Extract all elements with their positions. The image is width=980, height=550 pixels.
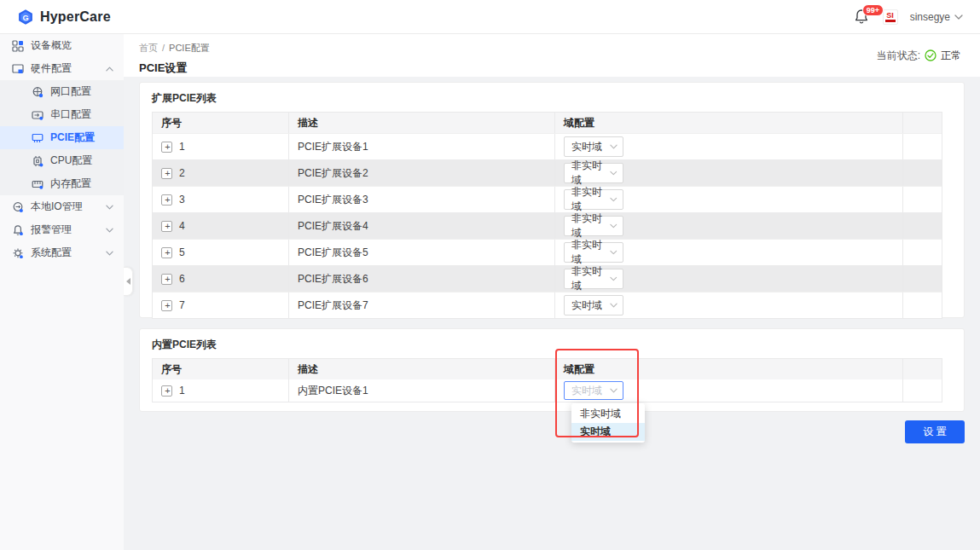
app-window: G HyperCare 99+ SI sinsegye: [0, 0, 980, 550]
dropdown-option-realtime[interactable]: 实时域: [571, 423, 645, 441]
domain-select[interactable]: 非实时域: [564, 163, 623, 183]
table-row: 1 内置PCIE设备1 实时域 非实时域 实时域: [153, 379, 942, 402]
expand-icon[interactable]: [161, 274, 172, 285]
column-header-domain: 域配置: [555, 113, 903, 133]
sidebar-item-label: 串口配置: [50, 107, 113, 122]
sidebar-item-memory-config[interactable]: 内存配置: [0, 172, 124, 195]
row-description: PCIE扩展设备7: [289, 292, 555, 318]
expand-icon[interactable]: [161, 300, 172, 311]
column-header-empty: [903, 359, 942, 379]
domain-select[interactable]: 非实时域: [564, 242, 623, 263]
sidebar-item-hardware-config[interactable]: 硬件配置: [0, 57, 124, 80]
row-description: PCIE扩展设备6: [289, 266, 555, 292]
notification-badge: 99+: [862, 4, 884, 16]
action-bar: 设 置: [139, 420, 965, 443]
set-button[interactable]: 设 置: [905, 420, 965, 443]
column-header-description: 描述: [289, 359, 555, 379]
domain-select-value: 非实时域: [571, 238, 610, 267]
network-port-icon: [32, 86, 43, 98]
system-gear-icon: [12, 247, 24, 259]
table-row: 5 PCIE扩展设备5 非实时域: [153, 239, 942, 265]
chevron-down-icon: [610, 276, 618, 281]
logo-icon: G: [17, 9, 34, 26]
sidebar-item-system-config[interactable]: 系统配置: [0, 241, 124, 264]
row-description: 内置PCIE设备1: [289, 379, 555, 402]
sidebar-item-label: 报警管理: [31, 223, 106, 237]
sidebar-item-network-port-config[interactable]: 网口配置: [0, 80, 124, 103]
domain-select[interactable]: 非实时域: [564, 216, 623, 236]
chevron-down-icon: [954, 14, 963, 20]
expand-icon[interactable]: [161, 142, 172, 153]
notifications-button[interactable]: 99+: [854, 9, 871, 26]
domain-select-value: 实时域: [571, 384, 602, 398]
cpu-icon: [32, 155, 43, 167]
breadcrumb-separator: /: [162, 43, 165, 53]
row-index: 6: [179, 273, 185, 285]
row-description: PCIE扩展设备5: [289, 240, 555, 265]
table-title: 扩展PCIE列表: [152, 91, 942, 105]
domain-select[interactable]: 实时域: [564, 295, 623, 316]
expansion-pcie-card: 扩展PCIE列表 序号 描述 域配置 1 PCIE扩展设备1 实时域: [139, 82, 965, 318]
check-circle-icon: [925, 49, 937, 61]
memory-icon: [32, 178, 43, 190]
sidebar-item-label: PCIE配置: [50, 130, 113, 145]
top-bar: G HyperCare 99+ SI sinsegye: [0, 0, 980, 34]
chevron-down-icon: [106, 205, 113, 210]
alarm-icon: [12, 224, 24, 236]
username: sinsegye: [910, 11, 950, 23]
chevron-down-icon: [610, 250, 618, 255]
row-index: 2: [179, 167, 185, 179]
sidebar-item-local-io[interactable]: 本地IO管理: [0, 195, 124, 218]
sidebar-item-cpu-config[interactable]: CPU配置: [0, 149, 124, 172]
dropdown-option-non-realtime[interactable]: 非实时域: [571, 405, 645, 423]
expand-icon[interactable]: [161, 168, 172, 179]
sidebar-item-device-overview[interactable]: 设备概览: [0, 34, 124, 57]
column-header-empty: [903, 113, 942, 133]
sidebar-item-label: 硬件配置: [31, 61, 106, 76]
status-label: 当前状态:: [877, 49, 920, 63]
table-row: 3 PCIE扩展设备3 非实时域: [153, 186, 942, 212]
domain-dropdown-menu: 非实时域 实时域: [571, 403, 645, 443]
sidebar-item-alarm-management[interactable]: 报警管理: [0, 218, 124, 241]
sidebar-item-label: 系统配置: [31, 246, 106, 260]
page-title: PCIE设置: [139, 61, 963, 76]
domain-select[interactable]: 非实时域: [564, 189, 623, 210]
builtin-pcie-table: 序号 描述 域配置 1 内置PCIE设备1 实时域: [152, 358, 942, 402]
serial-port-icon: [32, 109, 43, 121]
expand-icon[interactable]: [161, 221, 172, 232]
domain-select-value: 非实时域: [571, 159, 610, 188]
user-menu[interactable]: sinsegye: [910, 11, 963, 23]
svg-text:G: G: [22, 13, 28, 21]
table-row: 1 PCIE扩展设备1 实时域: [153, 133, 942, 159]
sidebar-item-label: CPU配置: [50, 153, 113, 168]
main-content: 首页/PCIE配置 PCIE设置 当前状态: 正常 扩展PCIE列表 序号 描述…: [124, 34, 980, 550]
domain-select-open[interactable]: 实时域: [564, 381, 623, 400]
chevron-down-icon: [610, 388, 618, 393]
app-logo: G HyperCare: [17, 9, 111, 26]
expand-icon[interactable]: [161, 385, 172, 397]
builtin-pcie-card: 内置PCIE列表 序号 描述 域配置 1 内置PCIE设备1: [139, 328, 965, 412]
sidebar-item-pcie-config[interactable]: PCIE配置: [0, 126, 124, 149]
breadcrumb-current: PCIE配置: [169, 43, 210, 53]
row-index: 3: [179, 194, 185, 206]
sidebar-item-serial-port-config[interactable]: 串口配置: [0, 103, 124, 126]
chevron-down-icon: [610, 197, 618, 202]
chevron-down-icon: [610, 303, 618, 308]
domain-select[interactable]: 实时域: [564, 136, 623, 157]
table-row: 4 PCIE扩展设备4 非实时域: [153, 212, 942, 239]
table-title: 内置PCIE列表: [152, 338, 942, 351]
pcie-card-icon: [32, 132, 43, 144]
expand-icon[interactable]: [161, 247, 172, 258]
domain-select-value: 实时域: [571, 298, 602, 313]
sidebar-submenu-hardware: 网口配置 串口配置 PCIE配置: [0, 80, 124, 195]
domain-select-value: 非实时域: [571, 185, 610, 214]
domain-select-value: 非实时域: [571, 211, 610, 240]
sidebar-collapse-handle[interactable]: [124, 267, 133, 296]
app-title: HyperCare: [40, 9, 111, 25]
user-avatar[interactable]: SI: [883, 9, 898, 25]
breadcrumb-home[interactable]: 首页: [139, 43, 158, 53]
avatar-text: SI: [886, 11, 894, 20]
chevron-down-icon: [106, 228, 113, 233]
domain-select[interactable]: 非实时域: [564, 269, 623, 289]
expand-icon[interactable]: [161, 194, 172, 206]
